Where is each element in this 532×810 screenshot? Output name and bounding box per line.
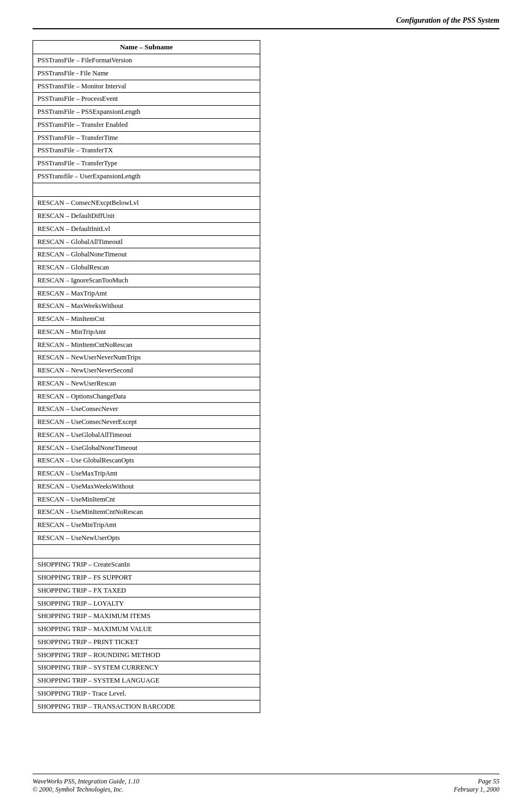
table-row: RESCAN – OptionsChangeData bbox=[33, 390, 260, 403]
table-row: RESCAN – UseConsecNever bbox=[33, 403, 260, 416]
footer-left: WaveWorks PSS, Integration Guide, 1.10 ©… bbox=[33, 777, 139, 794]
table-row: SHOPPING TRIP – FX TAXED bbox=[33, 584, 260, 597]
table-row: RESCAN – GlobalNoneTimeout bbox=[33, 248, 260, 261]
page-header: Configuration of the PSS System bbox=[33, 16, 499, 29]
table-row: RESCAN – UseNewUserOpts bbox=[33, 531, 260, 544]
table-row: PSSTransFile – TransferTime bbox=[33, 131, 260, 144]
table-row: RESCAN – NewUserNeverNumTrips bbox=[33, 351, 260, 364]
page-footer: WaveWorks PSS, Integration Guide, 1.10 ©… bbox=[33, 774, 499, 794]
table-row: RESCAN – UseMinTripAmt bbox=[33, 519, 260, 532]
table-row: RESCAN – UseConsecNeverExcept bbox=[33, 416, 260, 429]
table-row: RESCAN – Use GlobalRescanOpts bbox=[33, 454, 260, 467]
table-row: RESCAN – MinTripAmt bbox=[33, 325, 260, 338]
table-row: RESCAN – NewUserRescan bbox=[33, 377, 260, 390]
table-row: SHOPPING TRIP – ROUNDING METHOD bbox=[33, 648, 260, 661]
table-spacer-row bbox=[33, 544, 260, 558]
table-row: RESCAN – MinItemCntNoRescan bbox=[33, 338, 260, 351]
content-table: Name – Subname PSSTransFile – FileFormat… bbox=[33, 40, 260, 713]
table-row: SHOPPING TRIP – FS SUPPORT bbox=[33, 571, 260, 584]
table-row: PSSTransFile - File Name bbox=[33, 67, 260, 80]
table-row: PSSTransFile – FileFormatVersion bbox=[33, 54, 260, 67]
table-row: RESCAN – IgnoreScanTooMuch bbox=[33, 274, 260, 287]
table-row: SHOPPING TRIP – TRANSACTION BARCODE bbox=[33, 700, 260, 713]
table-row: RESCAN – DefaultInitLvl bbox=[33, 222, 260, 235]
table-row: PSSTransFile – PSSExpansionLength bbox=[33, 106, 260, 119]
table-row: RESCAN – UseMaxTripAmt bbox=[33, 467, 260, 480]
column-header: Name – Subname bbox=[33, 41, 260, 54]
table-row: RESCAN – ConsecNExcptBelowLvl bbox=[33, 197, 260, 210]
page-title: Configuration of the PSS System bbox=[396, 16, 499, 24]
footer-right: Page 55 February 1, 2000 bbox=[454, 777, 499, 794]
table-row: SHOPPING TRIP – MAXIMUM ITEMS bbox=[33, 610, 260, 623]
table-row: RESCAN – MaxWeeksWithout bbox=[33, 300, 260, 313]
table-row: SHOPPING TRIP – CreateScanIn bbox=[33, 558, 260, 571]
table-spacer-row bbox=[33, 183, 260, 197]
table-row: RESCAN – UseGlobalAllTimeout bbox=[33, 428, 260, 441]
table-row: SHOPPING TRIP – LOYALTY bbox=[33, 597, 260, 610]
table-row: SHOPPING TRIP – SYSTEM LANGUAGE bbox=[33, 674, 260, 687]
table-row: RESCAN – UseMinItemCntNoRescan bbox=[33, 506, 260, 519]
table-row: PSSTransFile – TransferType bbox=[33, 157, 260, 170]
table-row: SHOPPING TRIP – SYSTEM CURRENCY bbox=[33, 661, 260, 674]
table-row: RESCAN – MaxTripAmt bbox=[33, 287, 260, 300]
table-row: PSSTransFile – Transfer Enabled bbox=[33, 118, 260, 131]
table-row: RESCAN – UseMaxWeeksWithout bbox=[33, 480, 260, 493]
table-row: PSSTransFile – Monitor Interval bbox=[33, 80, 260, 93]
table-row: RESCAN – DefaultDiffUnit bbox=[33, 210, 260, 223]
table-row: SHOPPING TRIP – PRINT TICKET bbox=[33, 635, 260, 648]
table-row: SHOPPING TRIP - Trace Level. bbox=[33, 687, 260, 700]
table-row: PSSTransFile – ProcessEvent bbox=[33, 93, 260, 106]
table-row: RESCAN – GlobalRescan bbox=[33, 261, 260, 274]
table-row: PSSTransFile – TransferTX bbox=[33, 144, 260, 157]
table-row: RESCAN – NewUserNeverSecond bbox=[33, 364, 260, 377]
table-row: RESCAN – MinItemCnt bbox=[33, 313, 260, 326]
table-row: RESCAN – GlobalAllTimeoutl bbox=[33, 235, 260, 248]
table-row: SHOPPING TRIP – MAXIMUM VALUE bbox=[33, 623, 260, 636]
table-row: PSSTransfile – UserExpansionLength bbox=[33, 170, 260, 183]
table-row: RESCAN – UseMinItemCnt bbox=[33, 493, 260, 506]
table-row: RESCAN – UseGlobalNoneTimeout bbox=[33, 441, 260, 454]
page-container: Configuration of the PSS System Name – S… bbox=[0, 0, 532, 810]
